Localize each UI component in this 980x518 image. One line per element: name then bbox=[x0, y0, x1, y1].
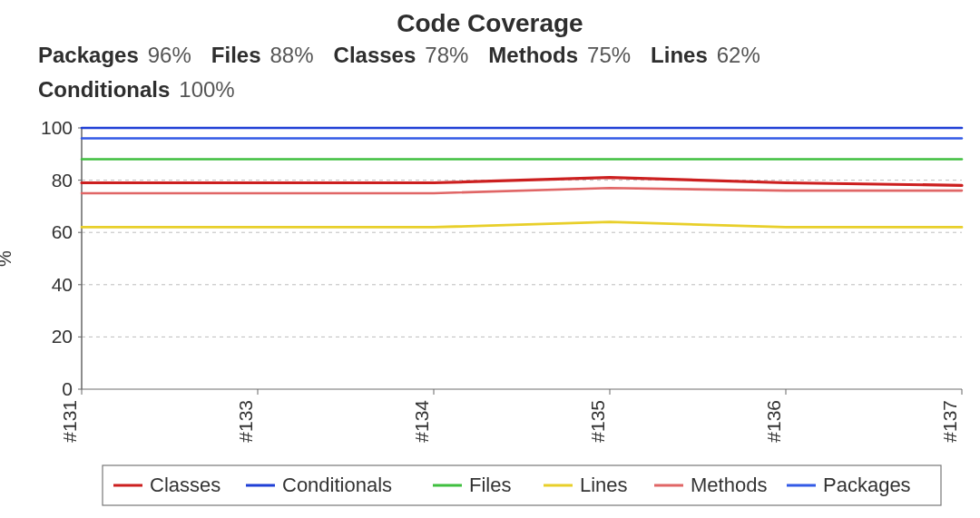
y-tick-label: 60 bbox=[52, 221, 73, 242]
summary-label: Packages bbox=[38, 43, 139, 67]
summary-value: 88% bbox=[270, 43, 314, 67]
y-tick-label: 0 bbox=[62, 378, 73, 399]
page-title: Code Coverage bbox=[0, 0, 980, 38]
series-methods bbox=[82, 188, 962, 193]
coverage-summary: Packages96%Files88%Classes78%Methods75%L… bbox=[0, 38, 980, 108]
series-lines bbox=[82, 222, 962, 228]
summary-value: 75% bbox=[587, 43, 631, 67]
x-tick-label: #134 bbox=[411, 400, 432, 443]
legend-label: Lines bbox=[580, 474, 628, 496]
legend-label: Files bbox=[469, 474, 511, 496]
legend-label: Classes bbox=[150, 474, 220, 496]
chart-svg: 020406080100#131#133#134#135#136#137Clas… bbox=[27, 122, 971, 513]
y-tick-label: 20 bbox=[52, 326, 73, 347]
y-tick-label: 40 bbox=[52, 274, 73, 295]
x-tick-label: #131 bbox=[59, 400, 80, 443]
summary-label: Lines bbox=[651, 43, 708, 67]
x-tick-label: #133 bbox=[235, 400, 256, 443]
legend-label: Packages bbox=[823, 474, 911, 496]
legend-label: Conditionals bbox=[282, 474, 392, 496]
chart-panel: Code Coverage Packages96%Files88%Classes… bbox=[0, 0, 980, 518]
series-classes bbox=[82, 178, 962, 186]
summary-value: 100% bbox=[179, 77, 234, 102]
y-tick-label: 100 bbox=[41, 117, 73, 138]
y-tick-label: 80 bbox=[52, 170, 73, 191]
y-axis-label: % bbox=[0, 250, 15, 267]
x-tick-label: #135 bbox=[587, 400, 608, 443]
summary-label: Conditionals bbox=[38, 77, 170, 102]
x-tick-label: #136 bbox=[763, 400, 784, 443]
chart-container: 020406080100#131#133#134#135#136#137Clas… bbox=[27, 122, 971, 513]
legend-label: Methods bbox=[691, 474, 767, 496]
summary-label: Files bbox=[211, 43, 261, 67]
summary-label: Methods bbox=[488, 43, 578, 67]
summary-label: Classes bbox=[334, 43, 416, 67]
summary-value: 62% bbox=[717, 43, 760, 67]
x-tick-label: #137 bbox=[939, 400, 960, 443]
summary-value: 78% bbox=[425, 43, 468, 67]
summary-value: 96% bbox=[148, 43, 191, 67]
